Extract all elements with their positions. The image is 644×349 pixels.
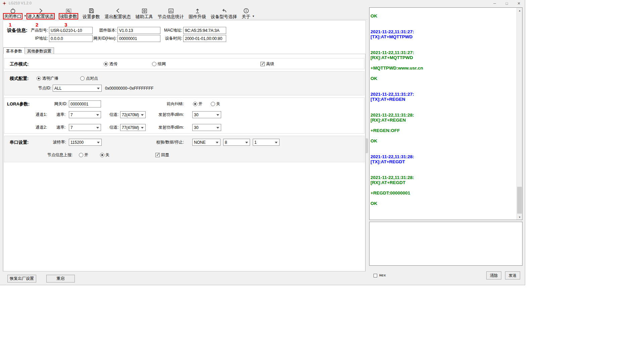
channel1-rate-value: 7: [70, 113, 73, 117]
annotation-number-2: 2: [36, 22, 38, 28]
toolbar-button-about[interactable]: 关于 ▼: [240, 7, 252, 19]
node-report-on-label: 开: [84, 151, 88, 159]
scroll-up-icon[interactable]: ▲: [517, 8, 523, 13]
channel2-rate-select[interactable]: 7: [69, 124, 101, 131]
log-line: [TX]:AT+REGEN: [370, 97, 515, 102]
log-line: [370, 196, 515, 201]
hex-checkbox[interactable]: [374, 274, 377, 277]
log-line: [RX]:AT+MQTTPWD: [370, 55, 515, 60]
toolbar-button-label: 退出配置状态: [105, 14, 131, 19]
chevron-down-icon[interactable]: ▼: [252, 15, 255, 18]
work-mode-networking-radio[interactable]: [152, 62, 156, 66]
echo-checkbox[interactable]: [155, 153, 160, 157]
parity-select[interactable]: NONE: [192, 139, 220, 146]
scroll-down-icon[interactable]: ▼: [517, 214, 523, 220]
baud-rate-select[interactable]: 115200: [69, 139, 102, 146]
factory-reset-button[interactable]: 恢复出厂设置: [7, 275, 36, 282]
log-line: [370, 19, 515, 24]
node-id-hint: 0x00000000~0xFFFFFFFF: [105, 85, 153, 92]
log-scrollbar[interactable]: ▲ ▼: [516, 8, 522, 220]
toolbar-button-read-params[interactable]: 读取参数 3: [58, 7, 79, 19]
log-line: [TX]:AT+REGDT: [370, 159, 515, 165]
fec-off-radio[interactable]: [211, 102, 215, 106]
titlebar: LG210 V1.2.0 ─ □ ✕: [0, 0, 525, 7]
device-time-label: 设备时间:: [147, 35, 182, 42]
panel-collapse-handle[interactable]: [366, 138, 368, 153]
channel1-power-value: 30: [194, 113, 198, 117]
app-window: LG210 V1.2.0 ─ □ ✕ 关闭串口 ▼ 1 进入配置状态 2 读取参…: [0, 0, 525, 285]
log-line: [370, 149, 515, 154]
mode-broadcast-label: 透明广播: [42, 75, 58, 82]
log-line: [370, 60, 515, 66]
log-line: [370, 185, 515, 191]
baud-rate-label: 波特率:: [44, 139, 66, 146]
mac-address-input[interactable]: [183, 27, 226, 34]
device-time-input[interactable]: [183, 35, 226, 42]
node-id-select[interactable]: ALL: [53, 85, 102, 92]
restart-button[interactable]: 重启: [46, 275, 75, 282]
annotation-number-3: 3: [64, 22, 67, 28]
close-button[interactable]: ✕: [513, 0, 525, 7]
advanced-checkbox[interactable]: [260, 62, 265, 66]
maximize-button[interactable]: □: [501, 0, 513, 7]
send-button[interactable]: 发送: [505, 271, 520, 279]
mode-p2p-radio[interactable]: [80, 76, 85, 81]
about-icon: [243, 7, 249, 14]
log-line: [370, 24, 515, 29]
fec-on-label: 开: [198, 100, 202, 107]
toolbar-button-enter-config[interactable]: 进入配置状态 2: [26, 7, 56, 19]
send-input[interactable]: [369, 222, 522, 265]
log-line: [TX]:AT+MQTTPWD: [370, 34, 515, 40]
channel2-channel-select[interactable]: 77(475M): [120, 124, 146, 131]
work-mode-transparent-radio[interactable]: [104, 62, 108, 66]
toolbar-button-label: 辅助工具: [136, 14, 153, 19]
mode-config-label: 模式配置:: [10, 75, 29, 82]
toolbar-button-label: 读取参数: [59, 13, 78, 19]
mode-broadcast-radio[interactable]: [37, 76, 41, 81]
work-mode-transparent-label: 透传: [109, 60, 117, 68]
node-report-on-radio[interactable]: [79, 153, 83, 157]
log-output: OK2021-11-22,11:31:27:[TX]:AT+MQTTPWD202…: [370, 13, 515, 219]
node-report-off-radio[interactable]: [100, 153, 104, 157]
toolbar-button-exit-config[interactable]: 退出配置状态: [103, 7, 132, 19]
send-input-panel: [369, 222, 523, 266]
chevron-down-icon: [97, 142, 100, 143]
minimize-button[interactable]: ─: [489, 0, 501, 7]
serial-settings-label: 串口设置:: [10, 139, 29, 146]
chevron-down-icon: [141, 127, 144, 129]
app-icon: [2, 1, 6, 5]
tab-basic-params[interactable]: 基本参数: [3, 47, 25, 54]
toolbar-button-label: 固件升级: [189, 14, 206, 19]
channel1-power-select[interactable]: 30: [192, 111, 221, 118]
chevron-down-icon: [96, 114, 99, 116]
toolbar-button-set-params[interactable]: 设置参数: [81, 7, 101, 19]
tab-other-params[interactable]: 其他参数设置: [24, 47, 54, 54]
tools-icon: [141, 7, 148, 14]
data-bits-select[interactable]: 8: [223, 139, 250, 146]
scrollbar-thumb[interactable]: [517, 187, 522, 214]
toolbar-button-firmware-upgrade[interactable]: 固件升级: [187, 7, 207, 19]
toolbar-button-node-stats[interactable]: 节点信息统计: [156, 7, 185, 19]
stop-bits-select[interactable]: 1: [253, 139, 280, 146]
fec-on-radio[interactable]: [193, 102, 197, 106]
channel2-power-select[interactable]: 30: [192, 124, 221, 131]
clear-button[interactable]: 清除: [486, 271, 501, 279]
hex-label: Hex: [379, 273, 386, 277]
log-line: 2021-11-22,11:31:28:: [370, 113, 515, 118]
channel1-rate-select[interactable]: 7: [69, 111, 101, 118]
lora-params-label: LORA参数:: [7, 100, 30, 107]
node-id-value: ALL: [54, 86, 61, 91]
product-model-label: 产品型号:: [16, 27, 48, 34]
parity-data-stop-label: 校验/数据/停止:: [152, 139, 184, 146]
toolbar-button-aux-tools[interactable]: 辅助工具: [134, 7, 154, 19]
config-panel: 设备信息: 产品型号: 固件版本: MAC地址: IP地址: 网关ID(Hex)…: [3, 20, 366, 271]
channel1-channel-select[interactable]: 72(470M): [120, 111, 146, 118]
toolbar-button-label: 节点信息统计: [158, 14, 184, 19]
gateway-id-input[interactable]: [69, 100, 101, 107]
toolbar-button-device-model[interactable]: 设备型号选择: [209, 7, 238, 19]
echo-label: 回显: [161, 151, 169, 159]
log-line: [RX]:AT+REGEN: [370, 118, 515, 123]
toolbar-button-close-serial[interactable]: 关闭串口 ▼ 1: [2, 7, 23, 19]
chevron-down-icon: [216, 142, 218, 143]
firmware-upgrade-icon: [194, 7, 201, 14]
